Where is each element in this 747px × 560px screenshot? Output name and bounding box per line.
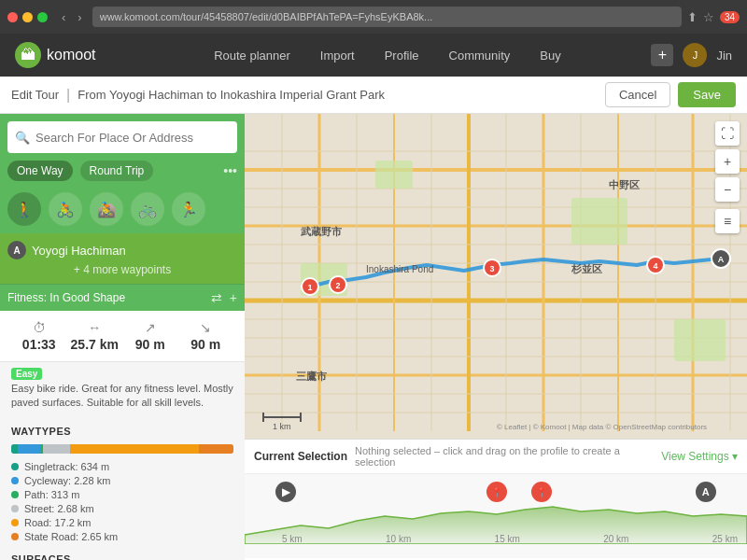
search-input[interactable] — [35, 131, 230, 145]
trip-more-button[interactable]: ••• — [223, 163, 237, 178]
street-label: Street: 2.68 km — [24, 503, 94, 514]
map-settings-button[interactable]: ≡ — [715, 209, 740, 233]
one-way-button[interactable]: One Way — [7, 161, 73, 181]
browser-chrome: ‹ › www.komoot.com/tour/45458807/edit/d0… — [0, 0, 747, 34]
fitness-swap-button[interactable]: ⇄ — [211, 290, 222, 305]
waytype-list: Singletrack: 634 m Cycleway: 2.28 km Pat… — [11, 461, 233, 542]
notification-count: 34 — [720, 11, 740, 23]
zoom-in-button[interactable]: + — [715, 149, 740, 174]
cancel-button[interactable]: Cancel — [605, 82, 670, 107]
waypoint-section: A Yoyogi Hachiman + 4 more waypoints — [0, 233, 245, 284]
share-button[interactable]: ⬆ — [687, 10, 698, 24]
fitness-add-button[interactable]: + — [230, 290, 237, 305]
nav-buy[interactable]: Buy — [525, 34, 575, 77]
nav-import[interactable]: Import — [305, 34, 370, 77]
road-bar — [70, 444, 199, 454]
stat-ascent: ↗ 90 m — [122, 320, 178, 352]
path-dot — [11, 491, 19, 498]
difficulty-section: Easy Easy bike ride. Great for any fitne… — [0, 362, 245, 418]
logo-text: komoot — [47, 47, 95, 63]
current-selection-label: Current Selection — [254, 450, 347, 463]
profile-area[interactable]: 5 km 10 km 15 km 20 km 25 km ▶ 📍 📍 A — [245, 474, 747, 558]
left-panel: 🔍 One Way Round Trip ••• 🚶 🚴 🚵 🚲 🏃 A Yoy… — [0, 114, 245, 560]
cycling-icon[interactable]: 🚴 — [49, 192, 82, 226]
waytype-cycleway: Cycleway: 2.28 km — [11, 475, 233, 486]
road-cycling-icon[interactable]: 🚲 — [131, 192, 164, 226]
x-label-25km: 25 km — [712, 534, 738, 544]
logo-icon: 🏔 — [15, 42, 41, 68]
distance-icon: ↔ — [88, 320, 101, 335]
difficulty-text: Easy bike ride. Great for any fitness le… — [0, 382, 245, 418]
stats-row: ⏱ 01:33 ↔ 25.7 km ↗ 90 m ↘ 90 m — [11, 320, 233, 352]
nav-profile[interactable]: Profile — [370, 34, 434, 77]
x-label-20km: 20 km — [603, 534, 628, 544]
svg-rect-33 — [571, 198, 627, 245]
svg-text:三鷹市: 三鷹市 — [296, 371, 328, 382]
waytypes-section: WAYTYPES Singletrack: 634 m Cycleway: 2.… — [0, 418, 245, 560]
state-road-bar — [199, 444, 233, 454]
state-road-label: State Road: 2.65 km — [24, 531, 118, 542]
avatar: J — [683, 43, 707, 67]
selection-hint: Nothing selected – click and drag on the… — [355, 445, 661, 468]
forward-button[interactable]: › — [73, 8, 86, 26]
x-label-15km: 15 km — [495, 534, 520, 544]
more-waypoints[interactable]: + 4 more waypoints — [7, 263, 237, 276]
mtb-icon[interactable]: 🚵 — [90, 192, 123, 226]
add-button[interactable]: + — [651, 44, 673, 66]
sub-header: Edit Tour | From Yoyogi Hachiman to Inok… — [0, 77, 747, 114]
difficulty-badge: Easy — [11, 368, 42, 380]
traffic-lights — [7, 12, 48, 22]
waypoint-item: A Yoyogi Hachiman — [7, 241, 237, 259]
map-area[interactable]: 1 2 3 4 A 武蔵野市 中野区 杉並区 三鷹市 Inokashira Po… — [245, 114, 747, 560]
svg-text:© Leaflet | © Komoot | Map dat: © Leaflet | © Komoot | Map data © OpenSt… — [497, 423, 707, 431]
pin-icon-2: 📍 — [531, 482, 552, 502]
play-button[interactable]: ▶ — [275, 482, 296, 502]
fullscreen-button[interactable]: ⛶ — [715, 121, 740, 146]
surfaces-title: SURFACES — [11, 553, 233, 560]
nav-route-planner[interactable]: Route planner — [199, 34, 305, 77]
svg-text:3: 3 — [489, 264, 494, 273]
svg-text:A: A — [718, 255, 725, 264]
map-controls: ⛶ + − ≡ — [715, 121, 740, 233]
view-settings-button[interactable]: View Settings ▾ — [661, 450, 738, 463]
running-icon[interactable]: 🏃 — [172, 192, 205, 226]
cycleway-dot — [11, 477, 19, 484]
profile-icons: ▶ 📍 📍 A — [245, 482, 747, 502]
fitness-actions: ⇄ + — [211, 290, 237, 305]
svg-text:1 km: 1 km — [273, 422, 291, 431]
nav-community[interactable]: Community — [434, 34, 526, 77]
waytype-singletrack: Singletrack: 634 m — [11, 461, 233, 472]
svg-text:杉並区: 杉並区 — [571, 263, 602, 274]
back-button[interactable]: ‹ — [57, 8, 70, 26]
round-trip-button[interactable]: Round Trip — [80, 161, 154, 181]
svg-rect-34 — [674, 319, 726, 361]
maximize-button[interactable] — [37, 12, 48, 22]
activity-icons: 🚶 🚴 🚵 🚲 🏃 — [0, 189, 245, 233]
minimize-button[interactable] — [22, 12, 33, 22]
bookmark-button[interactable]: ☆ — [703, 10, 714, 24]
x-label-5km: 5 km — [282, 534, 303, 544]
close-button[interactable] — [7, 12, 18, 22]
x-axis: 5 km 10 km 15 km 20 km 25 km — [282, 534, 738, 544]
singletrack-dot — [11, 463, 19, 470]
waytype-state-road: State Road: 2.65 km — [11, 531, 233, 542]
road-dot — [11, 519, 19, 526]
main-nav: Route planner Import Profile Community B… — [123, 34, 651, 77]
stat-descent-value: 90 m — [190, 337, 220, 352]
hiking-icon[interactable]: 🚶 — [7, 192, 41, 226]
waytype-path: Path: 313 m — [11, 489, 233, 500]
singletrack-label: Singletrack: 634 m — [24, 461, 109, 472]
stats-section: ⏱ 01:33 ↔ 25.7 km ↗ 90 m ↘ 90 m — [0, 311, 245, 362]
zoom-out-button[interactable]: − — [715, 177, 740, 202]
street-dot — [11, 505, 19, 512]
breadcrumb-separator: | — [66, 87, 70, 104]
waypoint-name: Yoyogi Hachiman — [32, 244, 126, 258]
waytype-street: Street: 2.68 km — [11, 503, 233, 514]
browser-actions: ⬆ ☆ 34 — [687, 10, 740, 24]
save-button[interactable]: Save — [678, 82, 736, 107]
stat-time: ⏱ 01:33 — [11, 320, 67, 352]
pin-icon-1: 📍 — [486, 482, 507, 502]
cycleway-bar — [18, 444, 40, 454]
search-input-wrap[interactable]: 🔍 — [7, 121, 237, 153]
url-bar[interactable]: www.komoot.com/tour/45458807/edit/d0BAIB… — [92, 7, 682, 27]
